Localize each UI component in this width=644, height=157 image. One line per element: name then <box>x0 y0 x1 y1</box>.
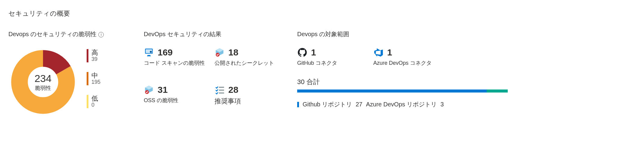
metric-oss-vuln[interactable]: 31 OSS の脆弱性 <box>144 85 208 106</box>
metric-exposed-secrets-value: 18 <box>228 47 238 58</box>
scope-ado-value: 1 <box>387 47 392 58</box>
scope-ado-label: Azure DevOps コネクタ <box>373 59 432 67</box>
legend-value-low: 0 <box>91 102 98 108</box>
metric-exposed-secrets-label: 公開されたシークレット <box>214 59 279 67</box>
legend-github-label: Github リポジトリ <box>303 100 352 108</box>
svg-point-4 <box>150 51 152 53</box>
bar-segment-github[interactable] <box>297 89 487 93</box>
scope-bar-legend: Github リポジトリ 27 Azure DevOps リポジトリ 3 <box>297 100 508 108</box>
results-title-text: DevOps セキュリティの結果 <box>144 30 221 38</box>
metric-recommendations[interactable]: 28 推奨事項 <box>214 85 279 106</box>
scope-github-label: GitHub コネクタ <box>297 59 337 67</box>
results-section-title: DevOps セキュリティの結果 <box>144 30 279 38</box>
donut-total-label: 脆弱性 <box>35 84 51 92</box>
scope-total: 30 合計 <box>297 77 508 86</box>
scope-github[interactable]: 1 GitHub コネクタ <box>297 47 337 67</box>
vuln-title-text: Devops のセキュリティの脆弱性 <box>8 30 97 38</box>
legend-github-value: 27 <box>356 101 362 108</box>
metric-oss-label: OSS の脆弱性 <box>144 97 208 104</box>
metric-exposed-secrets[interactable]: 18 公開されたシークレット <box>214 47 279 67</box>
legend-swatch-low <box>87 95 88 108</box>
metric-recs-label: 推奨事項 <box>214 97 279 106</box>
results-grid: 169 コード スキャンの脆弱性 18 公開されたシークレット <box>144 47 279 106</box>
donut-with-legend: 234 脆弱性 高 39 中 195 <box>8 47 126 117</box>
github-icon <box>297 47 307 58</box>
scope-azure-devops[interactable]: 1 Azure DevOps コネクタ <box>373 47 432 67</box>
legend-name-low: 低 <box>91 95 98 102</box>
legend-name-high: 高 <box>91 49 98 56</box>
code-scan-icon <box>144 47 154 58</box>
donut-total: 234 <box>35 73 52 84</box>
metric-code-scan-value: 169 <box>158 47 173 58</box>
vulnerabilities-panel: Devops のセキュリティの脆弱性 i 234 脆弱性 高 <box>8 30 126 117</box>
legend-item-low[interactable]: 低 0 <box>87 95 100 108</box>
legend-swatch-high <box>87 49 88 62</box>
legend-chip-github <box>297 102 299 107</box>
scope-stacked-bar <box>297 89 508 93</box>
legend-ado-label: Azure DevOps リポジトリ <box>366 100 437 108</box>
scope-github-value: 1 <box>311 47 316 58</box>
bar-segment-ado[interactable] <box>487 89 508 93</box>
metric-oss-value: 31 <box>158 85 168 95</box>
donut-center: 234 脆弱性 <box>8 47 78 117</box>
scope-title-text: Devops の対象範囲 <box>297 30 349 38</box>
legend-name-medium: 中 <box>91 72 100 79</box>
scope-total-count: 30 <box>297 78 304 86</box>
checklist-icon <box>214 85 225 95</box>
legend-value-high: 39 <box>91 56 98 62</box>
legend-item-high[interactable]: 高 39 <box>87 49 100 62</box>
metric-recs-value: 28 <box>228 85 238 95</box>
results-panel: DevOps セキュリティの結果 169 コード スキャンの脆弱性 18 <box>144 30 279 106</box>
cube-alert-icon <box>214 47 225 58</box>
donut-legend: 高 39 中 195 低 0 <box>87 49 100 108</box>
scope-section-title: Devops の対象範囲 <box>297 30 508 38</box>
legend-swatch-medium <box>87 72 88 85</box>
info-icon[interactable]: i <box>98 32 104 37</box>
page-title: セキュリティの概要 <box>8 9 636 18</box>
vuln-section-title: Devops のセキュリティの脆弱性 i <box>8 30 126 38</box>
legend-value-medium: 195 <box>91 79 100 85</box>
azure-devops-icon <box>373 47 384 58</box>
metric-code-scan[interactable]: 169 コード スキャンの脆弱性 <box>144 47 208 67</box>
cube-alert-icon <box>144 85 154 95</box>
legend-item-medium[interactable]: 中 195 <box>87 72 100 85</box>
scope-connectors: 1 GitHub コネクタ 1 Azure DevOps コネクタ <box>297 47 508 67</box>
scope-panel: Devops の対象範囲 1 GitHub コネクタ 1 <box>297 30 508 108</box>
donut-chart: 234 脆弱性 <box>8 47 78 117</box>
legend-ado-value: 3 <box>440 101 444 108</box>
metric-code-scan-label: コード スキャンの脆弱性 <box>144 59 208 67</box>
scope-total-label: 合計 <box>307 78 320 86</box>
dashboard-columns: Devops のセキュリティの脆弱性 i 234 脆弱性 高 <box>8 30 636 117</box>
